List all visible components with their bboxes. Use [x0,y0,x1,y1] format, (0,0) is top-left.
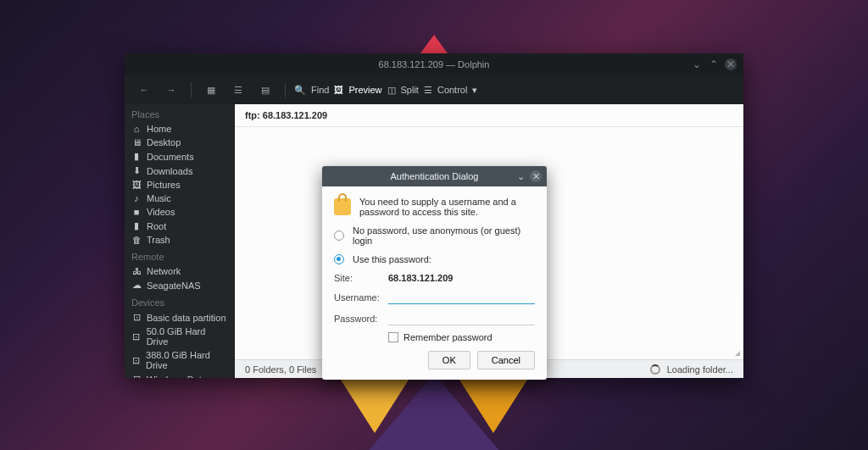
remember-checkbox[interactable] [388,332,398,342]
forward-button[interactable]: → [160,79,182,101]
find-button[interactable]: 🔍 Find [294,85,329,96]
close-icon[interactable]: ✕ [725,58,737,70]
sidebar-item-label: 388.0 GiB Hard Drive [146,350,227,370]
sidebar-item-icon: ▮ [131,220,142,231]
sidebar-item-label: Music [147,193,171,203]
toolbar: ← → ▦ ☰ ▤ 🔍 Find 🖼 Preview ◫ Split ☰ Con… [125,75,743,104]
radio-anonymous[interactable] [334,231,344,241]
sidebar-item-label: Home [147,124,171,134]
sidebar-item-remote[interactable]: 🖧Network [125,264,234,278]
remember-label: Remember password [403,332,492,342]
sidebar-item-label: 50.0 GiB Hard Drive [147,326,227,347]
site-label: Site: [334,273,380,283]
status-counts: 0 Folders, 0 Files [245,364,316,375]
view-icons-button[interactable]: ▦ [200,79,222,101]
sidebar-item-label: Downloads [147,166,192,176]
sidebar-item-icon: 🖧 [131,266,142,276]
window-title: 68.183.121.209 — Dolphin [379,59,490,69]
preview-icon: 🖼 [334,85,343,95]
sidebar-item-place[interactable]: 🖥Desktop [125,136,234,149]
radio-use-password[interactable] [334,254,344,264]
sidebar-item-place[interactable]: 🗑Trash [125,233,234,247]
view-details-button[interactable]: ▤ [254,79,276,101]
use-password-label: Use this password: [353,254,431,264]
sidebar-item-icon: ⊡ [131,374,142,378]
sidebar-item-device[interactable]: ⊡Windows Data [125,372,234,378]
status-loading: Loading folder... [667,364,733,375]
anonymous-label: No password, use anonymous (or guest) lo… [353,225,535,246]
sidebar-item-device[interactable]: ⊡50.0 GiB Hard Drive [125,325,234,348]
dialog-message: You need to supply a username and a pass… [359,197,535,217]
sidebar-item-label: Windows Data [147,375,207,379]
sidebar-item-label: SeagateNAS [147,281,201,291]
sidebar-item-icon: ♪ [131,193,142,203]
cancel-button[interactable]: Cancel [477,351,535,369]
titlebar[interactable]: 68.183.121.209 — Dolphin ⌄ ⌃ ✕ [125,53,743,75]
sidebar-item-icon: ⬇ [131,165,142,176]
dialog-close-icon[interactable]: ✕ [530,170,542,182]
control-menu[interactable]: ☰ Control ▾ [424,85,477,96]
back-button[interactable]: ← [133,79,155,101]
view-list-button[interactable]: ☰ [227,79,249,101]
devices-heading: Devices [125,292,234,310]
sidebar-item-icon: ⌂ [131,124,142,134]
sidebar-item-label: Network [147,266,181,276]
location-bar[interactable]: ftp: 68.183.121.209 [235,104,743,127]
sidebar-item-place[interactable]: ⬇Downloads [125,164,234,178]
sidebar-item-label: Basic data partition [147,313,226,323]
chevron-down-icon: ▾ [472,85,477,96]
sidebar-item-place[interactable]: ♪Music [125,192,234,205]
maximize-icon[interactable]: ⌃ [708,58,720,70]
sidebar: Places ⌂Home🖥Desktop▮Documents⬇Downloads… [125,104,235,378]
sidebar-item-icon: ⊡ [131,331,142,342]
sidebar-item-icon: ☁ [131,280,142,291]
lock-icon [334,198,351,215]
split-button[interactable]: ◫ Split [387,85,419,96]
loading-spinner-icon [650,364,660,375]
sidebar-item-label: Documents [147,152,194,162]
remote-heading: Remote [125,247,234,264]
sidebar-item-icon: 🖥 [131,137,142,147]
sidebar-item-icon: 🗑 [131,235,142,245]
sidebar-item-device[interactable]: ⊡Basic data partition [125,310,234,325]
sidebar-item-icon: ▮ [131,151,142,162]
menu-icon: ☰ [424,85,432,96]
sidebar-item-place[interactable]: ▮Documents [125,149,234,164]
username-input[interactable] [388,290,535,304]
split-icon: ◫ [387,85,396,96]
sidebar-item-place[interactable]: ▮Root [125,219,234,233]
sidebar-item-label: Videos [147,207,175,217]
site-value: 68.183.121.209 [388,273,453,283]
dialog-title: Authentication Dialog [391,171,479,181]
sidebar-item-icon: 🖼 [131,180,142,190]
ok-button[interactable]: OK [428,351,470,369]
sidebar-item-label: Desktop [147,137,181,147]
sidebar-item-remote[interactable]: ☁SeagateNAS [125,278,234,292]
resize-handle-icon[interactable] [732,348,741,357]
sidebar-item-icon: ⊡ [131,355,141,366]
password-label: Password: [334,314,380,324]
dialog-collapse-icon[interactable]: ⌄ [515,170,526,182]
auth-dialog: Authentication Dialog ⌄ ✕ You need to su… [322,166,547,380]
sidebar-item-label: Pictures [147,180,181,190]
sidebar-item-place[interactable]: ■Videos [125,205,234,219]
sidebar-item-place[interactable]: ⌂Home [125,122,234,136]
places-heading: Places [125,104,234,122]
minimize-icon[interactable]: ⌄ [691,58,703,70]
search-icon: 🔍 [294,85,306,96]
username-label: Username: [334,292,380,303]
sidebar-item-icon: ■ [131,207,142,217]
sidebar-item-label: Trash [147,235,170,245]
sidebar-item-device[interactable]: ⊡388.0 GiB Hard Drive [125,348,234,372]
dialog-titlebar[interactable]: Authentication Dialog ⌄ ✕ [322,166,547,186]
sidebar-item-label: Root [147,221,166,231]
password-input[interactable] [388,311,535,325]
preview-button[interactable]: 🖼 Preview [334,85,381,95]
sidebar-item-place[interactable]: 🖼Pictures [125,178,234,192]
sidebar-item-icon: ⊡ [131,312,142,323]
